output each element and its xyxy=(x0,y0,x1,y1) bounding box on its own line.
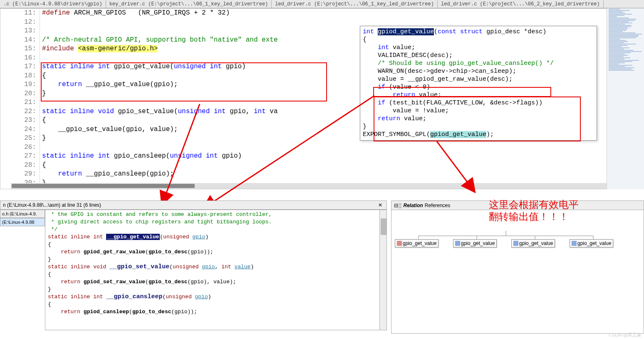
result-tab-0[interactable]: o.h (E:\Linux-4.9. xyxy=(0,210,45,218)
vertical-scrollbar[interactable] xyxy=(379,210,387,330)
status-text: n (E:\Linux-4.9.88\...\asm) at line 31 (… xyxy=(3,202,101,208)
relation-subtitle: References xyxy=(425,203,450,208)
code-area[interactable]: #define ARCH_NR_GPIOS (NR_GPIO_IRQS + 2 … xyxy=(42,9,278,188)
relation-graph[interactable]: gpio_get_valuegpio_get_valuegpio_get_val… xyxy=(391,210,644,333)
relation-title: Relation xyxy=(404,203,423,208)
close-icon[interactable]: ✕ xyxy=(376,202,384,208)
relation-header: ⊟░ Relation References xyxy=(391,201,644,210)
tree-icon: ⊟░ xyxy=(394,203,402,208)
watermark: CSDN @风正豪 xyxy=(609,332,642,338)
result-file-tabs: o.h (E:\Linux-4.9. (E:\Linux-4.9.88 xyxy=(0,210,45,226)
relation-node-3[interactable]: gpio_get_value xyxy=(570,239,613,247)
horizontal-scrollbar[interactable] xyxy=(11,183,643,189)
relation-panel: ⊟░ Relation References gpio_get_valuegpi… xyxy=(391,200,644,334)
tab-led-driver-2[interactable]: led_driver.c (E:\project\...\06_2_key_le… xyxy=(438,0,604,8)
tab-led-driver-1[interactable]: led_driver.c (E:\project\...\06_1_key_le… xyxy=(272,0,438,8)
scrollbar-thumb[interactable] xyxy=(12,184,195,188)
code-tooltip-popup: int gpiod_get_value(const struct gpio_de… xyxy=(360,26,597,141)
relation-node-2[interactable]: gpio_get_value xyxy=(511,239,555,247)
scrollbar-thumb[interactable] xyxy=(381,218,386,235)
tab-gpio-c[interactable]: .c (E:\Linux-4.9.88\drivers\gpio) xyxy=(0,0,106,8)
search-status-bar: n (E:\Linux-4.9.88\...\asm) at line 31 (… xyxy=(0,200,387,210)
preview-code-editor[interactable]: * the GPIO is constant and refers to som… xyxy=(45,210,387,330)
line-number-gutter: 11:12:13:14:15:16:17:18:19:20:21:22:23:2… xyxy=(0,9,40,188)
tab-key-driver[interactable]: key_driver.c (E:\project\...\06_1_key_le… xyxy=(106,0,272,8)
minimap[interactable] xyxy=(607,8,644,189)
result-tab-1[interactable]: (E:\Linux-4.9.88 xyxy=(0,218,45,226)
relation-node-1[interactable]: gpio_get_value xyxy=(453,239,497,247)
editor-tab-bar: .c (E:\Linux-4.9.88\drivers\gpio) key_dr… xyxy=(0,0,644,8)
relation-node-0[interactable]: gpio_get_value xyxy=(395,239,438,247)
